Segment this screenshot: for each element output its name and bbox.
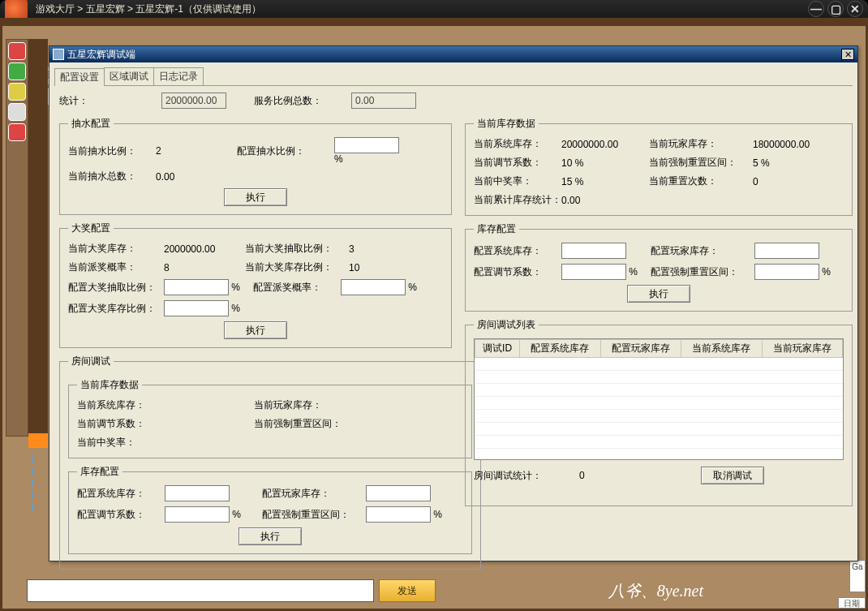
debug-dialog: 五星宏辉调试端 ✕ 配置设置 区域调试 日志记录 统计： 2000000.00 … bbox=[49, 45, 858, 562]
room-exec-button[interactable]: 执行 bbox=[238, 527, 302, 545]
dialog-title-bar[interactable]: 五星宏辉调试端 ✕ bbox=[49, 46, 857, 62]
col-debug-id[interactable]: 调试ID bbox=[475, 340, 520, 358]
tab-bar: 配置设置 区域调试 日志记录 bbox=[54, 67, 853, 86]
cfg-force-input[interactable] bbox=[754, 264, 819, 280]
room-stock-cfg-group: 库存配置 配置系统库存： 配置玩家库存： 配置调节系数： % 配置强制重置区间：… bbox=[68, 465, 472, 554]
left-strip-highlight bbox=[28, 433, 48, 448]
room-cfg-force-input[interactable] bbox=[366, 506, 431, 523]
table-row[interactable] bbox=[475, 410, 843, 423]
stock-cfg-exec-button[interactable]: 执行 bbox=[627, 285, 690, 303]
cur-draw-total-value: 0.00 bbox=[156, 171, 237, 183]
send-button[interactable]: 发送 bbox=[379, 579, 436, 602]
col-cfg-player[interactable]: 配置玩家库存 bbox=[600, 340, 681, 358]
draw-legend: 抽水配置 bbox=[68, 117, 114, 131]
avatar[interactable] bbox=[8, 42, 26, 60]
table-row[interactable] bbox=[475, 371, 843, 384]
app-window: 游戏大厅 > 五星宏辉 > 五星宏辉-1（仅供调试使用） — ▢ ✕ 房间 [[… bbox=[0, 0, 868, 611]
room-legend: 房间调试 bbox=[68, 355, 114, 368]
side-fragment-date: 日期 bbox=[838, 597, 866, 609]
table-row[interactable] bbox=[475, 384, 843, 397]
draw-config-group: 抽水配置 当前抽水比例： 2 配置抽水比例： % 当前抽水总数： 0.00 执行 bbox=[59, 117, 452, 215]
avatar-sidebar bbox=[6, 39, 28, 437]
set-draw-ratio-label: 配置抽水比例： bbox=[237, 144, 334, 158]
cur-draw-total-label: 当前抽水总数： bbox=[68, 170, 156, 183]
set-draw-ratio-input[interactable] bbox=[334, 137, 399, 153]
left-list-fragment: [[[[[ bbox=[32, 453, 34, 514]
tab-config[interactable]: 配置设置 bbox=[54, 68, 105, 86]
prize-draw-ratio-input[interactable] bbox=[164, 279, 229, 295]
prize-legend: 大奖配置 bbox=[68, 222, 114, 235]
cur-draw-ratio-label: 当前抽水比例： bbox=[68, 144, 156, 158]
table-row[interactable] bbox=[475, 436, 843, 449]
cfg-adj-input[interactable] bbox=[561, 264, 626, 280]
close-button[interactable]: ✕ bbox=[847, 1, 863, 17]
watermark: 八爷、8ye.net bbox=[608, 580, 703, 602]
prize-pay-prob-input[interactable] bbox=[341, 279, 406, 295]
dialog-close-button[interactable]: ✕ bbox=[841, 49, 854, 60]
room-cfg-player-input[interactable] bbox=[366, 485, 431, 501]
cfg-sys-input[interactable] bbox=[561, 243, 626, 259]
avatar[interactable] bbox=[8, 103, 26, 121]
room-list-group: 房间调试列表 调试ID 配置系统库存 配置玩家库存 当前系统库存 当前玩家库存 bbox=[465, 318, 853, 506]
prize-exec-button[interactable]: 执行 bbox=[224, 321, 287, 339]
room-list-table[interactable]: 调试ID 配置系统库存 配置玩家库存 当前系统库存 当前玩家库存 bbox=[474, 338, 844, 460]
col-cur-player[interactable]: 当前玩家库存 bbox=[762, 340, 842, 358]
cancel-debug-button[interactable]: 取消调试 bbox=[701, 467, 764, 484]
cfg-player-input[interactable] bbox=[754, 243, 819, 259]
cur-draw-ratio-value: 2 bbox=[156, 145, 237, 157]
table-row[interactable] bbox=[475, 358, 843, 371]
breadcrumb: 游戏大厅 > 五星宏辉 > 五星宏辉-1（仅供调试使用） bbox=[32, 2, 808, 16]
room-cfg-adj-input[interactable] bbox=[165, 506, 230, 523]
service-ratio-value: 0.00 bbox=[351, 93, 416, 109]
avatar[interactable] bbox=[8, 83, 26, 101]
room-list-stat-value: 0 bbox=[579, 470, 585, 481]
prize-stock-ratio-input[interactable] bbox=[164, 300, 229, 316]
stock-now-group: 当前库存数据 当前系统库存： 20000000.00 当前玩家库存： 18000… bbox=[465, 117, 853, 216]
room-debug-group: 房间调试 当前库存数据 当前系统库存： 当前玩家库存： 当前调节系数： 当前强制… bbox=[59, 355, 481, 570]
avatar[interactable] bbox=[8, 123, 26, 141]
table-row[interactable] bbox=[475, 397, 843, 410]
minimize-button[interactable]: — bbox=[808, 1, 824, 17]
stat-label: 统计： bbox=[59, 94, 100, 108]
dialog-icon bbox=[53, 49, 64, 60]
avatar[interactable] bbox=[8, 62, 26, 80]
maximize-button[interactable]: ▢ bbox=[827, 1, 844, 17]
outer-title-bar: 游戏大厅 > 五星宏辉 > 五星宏辉-1（仅供调试使用） — ▢ ✕ bbox=[0, 0, 868, 18]
tab-area[interactable]: 区域调试 bbox=[104, 67, 154, 85]
stat-value: 2000000.00 bbox=[161, 93, 226, 109]
col-cfg-sys[interactable]: 配置系统库存 bbox=[520, 340, 600, 358]
tab-log[interactable]: 日志记录 bbox=[153, 67, 204, 85]
table-row[interactable] bbox=[475, 423, 843, 436]
col-cur-sys[interactable]: 当前系统库存 bbox=[681, 340, 762, 358]
prize-config-group: 大奖配置 当前大奖库存： 2000000.00 当前大奖抽取比例： 3 当前派奖… bbox=[59, 222, 452, 348]
room-stock-now-group: 当前库存数据 当前系统库存： 当前玩家库存： 当前调节系数： 当前强制重置区间：… bbox=[68, 378, 472, 458]
service-ratio-label: 服务比例总数： bbox=[254, 94, 322, 108]
left-strip bbox=[28, 39, 48, 437]
dialog-title: 五星宏辉调试端 bbox=[67, 48, 135, 62]
room-list-stat-label: 房间调试统计： bbox=[474, 469, 542, 483]
stock-cfg-group: 库存配置 配置系统库存： 配置玩家库存： 配置调节系数： % 配置强制重置区间：… bbox=[465, 222, 853, 312]
chat-input[interactable] bbox=[27, 579, 374, 602]
draw-exec-button[interactable]: 执行 bbox=[224, 188, 287, 206]
room-cfg-sys-input[interactable] bbox=[165, 485, 230, 501]
